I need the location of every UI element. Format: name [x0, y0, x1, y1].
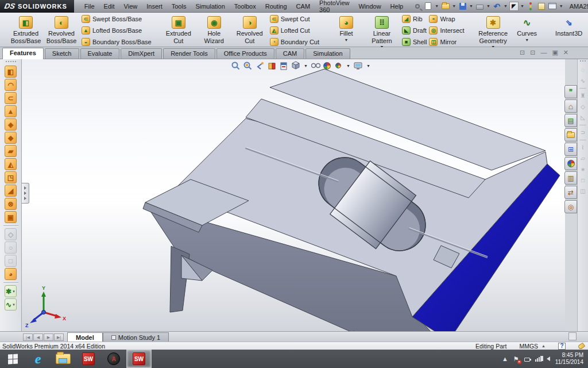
zoom-to-fit-icon[interactable]	[231, 61, 240, 70]
undo-icon[interactable]: ↶	[492, 2, 502, 11]
pane-left-icon[interactable]: ⊡	[520, 49, 525, 56]
menu-edit[interactable]: Edit	[99, 1, 119, 12]
revolved-boss-base-button[interactable]: ◐ RevolvedBoss/Base	[44, 15, 79, 44]
fillet-button[interactable]: ◕ Fillet ▼	[328, 15, 364, 42]
menu-file[interactable]: File	[80, 1, 99, 12]
custom-properties-tab[interactable]: ▥	[564, 171, 577, 185]
curves-dropdown-arrow[interactable]: ▼	[525, 38, 529, 42]
appearances-scenes-tab[interactable]	[564, 157, 577, 170]
previous-view-icon[interactable]	[255, 61, 264, 70]
tab-scroll-first[interactable]: |◀	[23, 334, 33, 341]
feature-icon-3[interactable]: ⊂	[5, 92, 17, 104]
section-view-icon[interactable]	[267, 61, 276, 70]
3d-part-model[interactable]: Y X Z	[22, 59, 565, 331]
tab-bar-end-box[interactable]	[568, 332, 577, 340]
print-icon[interactable]	[475, 2, 485, 11]
graphics-viewport[interactable]: Y X Z	[22, 59, 565, 331]
zoom-to-area-icon[interactable]	[243, 61, 252, 70]
wrap-button[interactable]: ◓Wrap	[429, 15, 464, 23]
tab-office-products[interactable]: Office Products	[216, 48, 274, 59]
search-settings-tab[interactable]: ◎	[564, 200, 577, 213]
solidworks-resources-tab[interactable]: ⌂	[564, 99, 577, 113]
options-dropdown-arrow[interactable]: ▼	[559, 4, 563, 8]
pane-right-icon[interactable]: ⊡	[530, 49, 535, 56]
intersect-button[interactable]: ◎Intersect	[429, 26, 464, 34]
file-properties-icon[interactable]	[537, 2, 547, 11]
linear-pattern-button[interactable]: ⠿ LinearPattern ▼	[364, 15, 400, 49]
extruded-cut-button[interactable]: ▣ ExtrudedCut	[161, 15, 196, 44]
view-options-dropdown[interactable]: ▼	[366, 64, 370, 68]
tab-cam[interactable]: CAM	[276, 48, 304, 59]
solidworks-forum-tab[interactable]: ❞	[564, 85, 577, 98]
curves-rail-icon[interactable]: ∿▼	[5, 298, 17, 310]
extruded-boss-base-button[interactable]: ◧ ExtrudedBoss/Base	[8, 15, 44, 44]
menu-tools[interactable]: Tools	[167, 1, 191, 12]
featuremanager-flyout-handle[interactable]	[22, 183, 29, 204]
action-center-icon[interactable]: ⚑×	[513, 355, 519, 363]
document-recovery-tab[interactable]: ⇄	[564, 186, 577, 199]
apply-scene-dropdown[interactable]: ▼	[346, 64, 350, 68]
undo-dropdown-arrow[interactable]: ▼	[504, 4, 508, 8]
display-style-icon[interactable]	[311, 61, 320, 70]
feature-icon-4[interactable]: ▲	[5, 105, 17, 117]
feature-icon-6[interactable]: ◆	[5, 132, 17, 144]
status-help-icon[interactable]: ?	[558, 343, 566, 350]
tag-icon[interactable]	[578, 342, 586, 350]
lofted-cut-button[interactable]: ◭Lofted Cut	[270, 26, 319, 34]
file-explorer-tab[interactable]	[564, 128, 577, 141]
file-explorer-button[interactable]	[51, 350, 76, 368]
view-orientation-dropdown[interactable]: ▼	[304, 64, 308, 68]
tab-evaluate[interactable]: Evaluate	[80, 48, 120, 59]
tab-features[interactable]: Features	[2, 48, 44, 59]
open-dropdown-arrow[interactable]: ▼	[452, 4, 456, 8]
feature-icon-7[interactable]: ▰	[5, 145, 17, 157]
feature-icon-2[interactable]: ◠	[5, 79, 17, 91]
draft-button[interactable]: ◣Draft	[402, 26, 427, 34]
search-icon[interactable]	[412, 2, 422, 11]
units-selector[interactable]: MMGS ▲	[519, 343, 546, 350]
boundary-boss-base-button[interactable]: ◒Boundary Boss/Base	[82, 38, 152, 46]
tab-sketch[interactable]: Sketch	[45, 48, 79, 59]
volume-icon[interactable]	[547, 356, 550, 361]
solidworks-pinned-button[interactable]: SW	[76, 350, 101, 368]
open-icon[interactable]	[440, 2, 450, 11]
boundary-cut-button[interactable]: ◔Boundary Cut	[270, 38, 319, 46]
reference-geometry-rail-icon[interactable]: ✱▼	[5, 285, 17, 297]
fillet-dropdown-arrow[interactable]: ▼	[345, 38, 349, 42]
tab-render-tools[interactable]: Render Tools	[163, 48, 215, 59]
save-dropdown-arrow[interactable]: ▼	[469, 4, 473, 8]
view-orientation-icon[interactable]	[291, 61, 300, 70]
hole-wizard-button[interactable]: ◉ HoleWizard	[196, 15, 232, 44]
swept-cut-button[interactable]: ⊂Swept Cut	[270, 15, 319, 23]
doc-restore-icon[interactable]: ▣	[552, 49, 558, 56]
swept-boss-base-button[interactable]: ⊂Swept Boss/Base	[82, 15, 152, 23]
tab-simulation[interactable]: Simulation	[305, 48, 350, 59]
tab-scroll-next[interactable]: ▶	[44, 334, 53, 341]
menu-routing[interactable]: Routing	[261, 1, 292, 12]
tab-dimxpert[interactable]: DimXpert	[121, 48, 162, 59]
select-dropdown-arrow[interactable]: ▼	[520, 4, 524, 8]
feature-icon-9[interactable]: ◳	[5, 171, 17, 183]
tray-clock[interactable]: 8:45 PM 11/15/2014	[555, 352, 583, 366]
feature-icon-10[interactable]: ◢	[5, 185, 17, 197]
view-settings-icon[interactable]	[279, 61, 288, 70]
options-icon[interactable]	[548, 2, 558, 11]
instant3d-button[interactable]: ⇘ Instant3D	[551, 15, 587, 37]
toolbar-grip[interactable]	[580, 60, 586, 63]
view-palette-tab[interactable]: ⊞	[564, 143, 577, 156]
design-library-tab[interactable]: ▤	[564, 114, 577, 127]
rebuild-traffic-light-icon[interactable]	[526, 2, 536, 11]
round-app-button[interactable]: A	[101, 350, 126, 368]
motion-study-tab[interactable]: Motion Study 1	[103, 332, 169, 342]
menu-help[interactable]: Help	[386, 1, 408, 12]
new-dropdown-arrow[interactable]: ▼	[435, 4, 439, 8]
doc-close-icon[interactable]: ✕	[563, 49, 568, 56]
save-icon[interactable]	[458, 2, 467, 11]
shell-button[interactable]: ■Shell	[402, 38, 427, 46]
print-dropdown-arrow[interactable]: ▼	[486, 4, 490, 8]
model-tab[interactable]: Model	[67, 332, 103, 342]
feature-icon-12[interactable]: ▣	[5, 211, 17, 223]
curves-button[interactable]: ∿ Curves ▼	[513, 15, 541, 42]
lofted-boss-base-button[interactable]: ▲Lofted Boss/Base	[82, 26, 152, 34]
view-options-icon[interactable]	[354, 61, 363, 70]
